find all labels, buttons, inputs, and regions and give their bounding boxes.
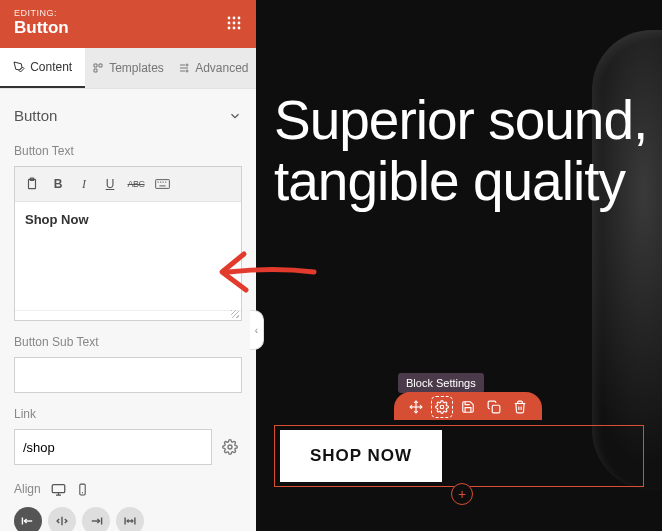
svg-point-2 [238,17,241,20]
strikethrough-button[interactable]: ABC [125,173,147,195]
chevron-down-icon [228,109,242,123]
align-justify-button[interactable] [116,507,144,531]
tab-advanced[interactable]: Advanced [171,48,256,88]
duplicate-block-button[interactable] [486,399,502,415]
block-settings-tooltip: Block Settings [398,373,484,393]
link-settings-button[interactable] [218,435,242,459]
desktop-icon[interactable] [49,479,69,499]
cta-button[interactable]: SHOP NOW [280,430,442,482]
svg-rect-20 [52,484,65,492]
tab-templates[interactable]: Templates [85,48,170,88]
section-toggle-button[interactable]: Button [14,103,242,138]
button-text-label: Button Text [14,144,242,158]
tabs: Content Templates Advanced [0,48,256,89]
svg-point-6 [228,27,231,30]
svg-rect-13 [155,180,169,189]
block-toolbar [394,392,542,420]
svg-point-8 [238,27,241,30]
hero-heading: Superior sound, tangible quality [274,90,662,211]
tab-content[interactable]: Content [0,48,85,88]
align-label: Align [14,482,41,496]
align-left-button[interactable] [14,507,42,531]
section-title: Button [14,107,57,124]
button-block-selected[interactable]: SHOP NOW [274,425,644,487]
bold-button[interactable]: B [47,173,69,195]
editing-label: EDITING: [14,8,69,18]
keyboard-icon[interactable] [151,173,173,195]
collapse-panel-button[interactable]: ‹ [250,310,264,350]
tab-content-label: Content [30,60,72,74]
editing-title: Button [14,18,69,38]
save-block-button[interactable] [460,399,476,415]
svg-point-19 [228,445,232,449]
link-label: Link [14,407,242,421]
button-text-input[interactable]: Shop Now [15,202,241,310]
underline-button[interactable]: U [99,173,121,195]
sub-text-label: Button Sub Text [14,335,242,349]
align-right-button[interactable] [82,507,110,531]
svg-point-9 [186,64,188,66]
align-center-button[interactable] [48,507,76,531]
resize-handle[interactable] [15,310,241,320]
svg-point-3 [228,22,231,25]
rich-text-editor: B I U ABC Shop Now [14,166,242,321]
svg-point-5 [238,22,241,25]
svg-point-10 [186,70,188,72]
move-block-button[interactable] [408,399,424,415]
svg-point-4 [233,22,236,25]
add-block-button[interactable]: + [451,483,473,505]
italic-button[interactable]: I [73,173,95,195]
panel-body: Button Button Text B I U ABC Shop Now Bu… [0,89,256,531]
gear-icon [222,439,238,455]
mobile-icon[interactable] [73,479,93,499]
editor-panel: EDITING: Button Content Templates Advanc… [0,0,256,531]
sub-text-input[interactable] [14,357,242,393]
svg-point-0 [228,17,231,20]
preview-canvas: Superior sound, tangible quality Block S… [256,0,662,531]
block-settings-button[interactable] [434,399,450,415]
paste-icon[interactable] [21,173,43,195]
link-input[interactable] [14,429,212,465]
svg-point-7 [233,27,236,30]
svg-rect-36 [492,405,500,413]
tab-templates-label: Templates [109,61,164,75]
drag-handle-icon[interactable] [226,15,242,31]
editor-header: EDITING: Button [0,0,256,48]
svg-point-1 [233,17,236,20]
rte-toolbar: B I U ABC [15,167,241,202]
svg-point-35 [440,405,444,409]
delete-block-button[interactable] [512,399,528,415]
tab-advanced-label: Advanced [195,61,248,75]
